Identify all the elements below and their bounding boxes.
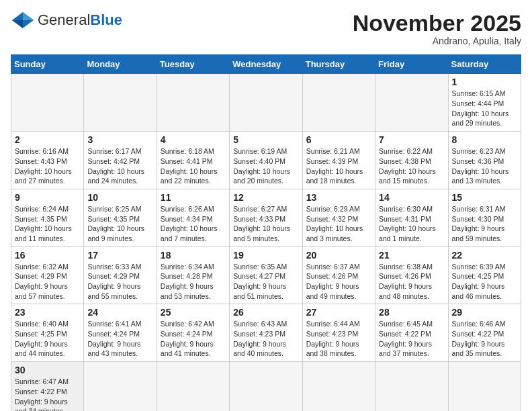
calendar-cell: 24Sunrise: 6:41 AM Sunset: 4:24 PM Dayli…	[84, 304, 157, 362]
day-info: Sunrise: 6:29 AM Sunset: 4:32 PM Dayligh…	[306, 204, 371, 244]
calendar-cell: 8Sunrise: 6:23 AM Sunset: 4:36 PM Daylig…	[448, 132, 521, 189]
calendar-cell: 5Sunrise: 6:19 AM Sunset: 4:40 PM Daylig…	[230, 132, 302, 189]
day-info: Sunrise: 6:38 AM Sunset: 4:26 PM Dayligh…	[379, 262, 444, 302]
location-subtitle: Andrano, Apulia, Italy	[353, 36, 521, 46]
calendar-cell: 14Sunrise: 6:30 AM Sunset: 4:31 PM Dayli…	[375, 189, 448, 246]
day-number: 4	[161, 134, 226, 145]
calendar-cell: 23Sunrise: 6:40 AM Sunset: 4:25 PM Dayli…	[11, 304, 84, 362]
calendar-cell: 30Sunrise: 6:47 AM Sunset: 4:22 PM Dayli…	[11, 362, 84, 411]
calendar-cell: 7Sunrise: 6:22 AM Sunset: 4:38 PM Daylig…	[375, 132, 448, 189]
weekday-header-tuesday: Tuesday	[157, 55, 229, 74]
week-row-1: 1Sunrise: 6:15 AM Sunset: 4:44 PM Daylig…	[11, 74, 521, 132]
logo-icon	[11, 11, 35, 30]
day-number: 13	[306, 192, 371, 203]
calendar-cell	[84, 74, 157, 132]
day-number: 23	[15, 307, 80, 318]
day-number: 30	[15, 365, 80, 375]
day-number: 5	[233, 134, 298, 145]
weekday-header-sunday: Sunday	[11, 55, 84, 74]
logo: GeneralBlue	[11, 11, 122, 30]
day-info: Sunrise: 6:46 AM Sunset: 4:22 PM Dayligh…	[452, 319, 517, 359]
day-info: Sunrise: 6:47 AM Sunset: 4:22 PM Dayligh…	[15, 377, 80, 411]
day-info: Sunrise: 6:41 AM Sunset: 4:24 PM Dayligh…	[87, 319, 152, 359]
day-info: Sunrise: 6:17 AM Sunset: 4:42 PM Dayligh…	[87, 146, 152, 186]
day-info: Sunrise: 6:30 AM Sunset: 4:31 PM Dayligh…	[379, 204, 444, 244]
calendar-cell: 3Sunrise: 6:17 AM Sunset: 4:42 PM Daylig…	[84, 132, 157, 189]
day-info: Sunrise: 6:23 AM Sunset: 4:36 PM Dayligh…	[452, 146, 517, 186]
svg-marker-2	[12, 20, 23, 28]
day-number: 29	[452, 307, 517, 318]
calendar-cell: 2Sunrise: 6:16 AM Sunset: 4:43 PM Daylig…	[11, 132, 84, 189]
title-area: November 2025 Andrano, Apulia, Italy	[353, 11, 521, 46]
calendar-cell: 15Sunrise: 6:31 AM Sunset: 4:30 PM Dayli…	[448, 189, 521, 246]
calendar-cell: 6Sunrise: 6:21 AM Sunset: 4:39 PM Daylig…	[302, 132, 375, 189]
calendar-cell: 22Sunrise: 6:39 AM Sunset: 4:25 PM Dayli…	[448, 246, 521, 304]
day-info: Sunrise: 6:43 AM Sunset: 4:23 PM Dayligh…	[233, 319, 298, 359]
day-number: 2	[15, 134, 80, 145]
weekday-header-wednesday: Wednesday	[230, 55, 302, 74]
calendar-cell	[375, 362, 448, 411]
day-info: Sunrise: 6:24 AM Sunset: 4:35 PM Dayligh…	[15, 204, 80, 244]
day-number: 1	[452, 77, 517, 87]
logo-blue: Blue	[90, 11, 122, 28]
calendar-cell: 18Sunrise: 6:34 AM Sunset: 4:28 PM Dayli…	[157, 246, 229, 304]
calendar-cell: 27Sunrise: 6:44 AM Sunset: 4:23 PM Dayli…	[302, 304, 375, 362]
day-info: Sunrise: 6:40 AM Sunset: 4:25 PM Dayligh…	[15, 319, 80, 359]
calendar-cell	[448, 362, 521, 411]
calendar-cell: 26Sunrise: 6:43 AM Sunset: 4:23 PM Dayli…	[230, 304, 302, 362]
weekday-header-thursday: Thursday	[302, 55, 375, 74]
day-info: Sunrise: 6:25 AM Sunset: 4:35 PM Dayligh…	[87, 204, 152, 244]
day-info: Sunrise: 6:32 AM Sunset: 4:29 PM Dayligh…	[15, 262, 80, 302]
day-number: 14	[379, 192, 444, 203]
day-number: 20	[306, 250, 371, 261]
calendar-cell	[302, 74, 375, 132]
day-info: Sunrise: 6:39 AM Sunset: 4:25 PM Dayligh…	[452, 262, 517, 302]
calendar-cell	[84, 362, 157, 411]
week-row-2: 2Sunrise: 6:16 AM Sunset: 4:43 PM Daylig…	[11, 132, 521, 189]
day-info: Sunrise: 6:35 AM Sunset: 4:27 PM Dayligh…	[233, 262, 298, 302]
day-number: 22	[452, 250, 517, 261]
day-info: Sunrise: 6:22 AM Sunset: 4:38 PM Dayligh…	[379, 146, 444, 186]
calendar-cell: 19Sunrise: 6:35 AM Sunset: 4:27 PM Dayli…	[230, 246, 302, 304]
day-number: 19	[233, 250, 298, 261]
calendar-cell: 16Sunrise: 6:32 AM Sunset: 4:29 PM Dayli…	[11, 246, 84, 304]
calendar-cell	[302, 362, 375, 411]
day-info: Sunrise: 6:37 AM Sunset: 4:26 PM Dayligh…	[306, 262, 371, 302]
calendar-cell: 17Sunrise: 6:33 AM Sunset: 4:29 PM Dayli…	[84, 246, 157, 304]
day-number: 15	[452, 192, 517, 203]
calendar-cell: 29Sunrise: 6:46 AM Sunset: 4:22 PM Dayli…	[448, 304, 521, 362]
month-title: November 2025	[353, 11, 521, 36]
calendar-cell	[157, 74, 229, 132]
day-info: Sunrise: 6:45 AM Sunset: 4:22 PM Dayligh…	[379, 319, 444, 359]
day-info: Sunrise: 6:34 AM Sunset: 4:28 PM Dayligh…	[161, 262, 226, 302]
day-number: 3	[87, 134, 152, 145]
day-number: 25	[161, 307, 226, 318]
day-number: 24	[87, 307, 152, 318]
calendar-cell: 1Sunrise: 6:15 AM Sunset: 4:44 PM Daylig…	[448, 74, 521, 132]
calendar-cell: 20Sunrise: 6:37 AM Sunset: 4:26 PM Dayli…	[302, 246, 375, 304]
day-info: Sunrise: 6:18 AM Sunset: 4:41 PM Dayligh…	[161, 146, 226, 186]
day-number: 6	[306, 134, 371, 145]
day-number: 11	[161, 192, 226, 203]
calendar-table: SundayMondayTuesdayWednesdayThursdayFrid…	[11, 54, 521, 411]
day-info: Sunrise: 6:16 AM Sunset: 4:43 PM Dayligh…	[15, 146, 80, 186]
calendar-cell	[230, 362, 302, 411]
calendar-cell	[375, 74, 448, 132]
calendar-cell: 21Sunrise: 6:38 AM Sunset: 4:26 PM Dayli…	[375, 246, 448, 304]
weekday-header-saturday: Saturday	[448, 55, 521, 74]
week-row-4: 16Sunrise: 6:32 AM Sunset: 4:29 PM Dayli…	[11, 246, 521, 304]
calendar-cell: 12Sunrise: 6:27 AM Sunset: 4:33 PM Dayli…	[230, 189, 302, 246]
calendar-cell: 9Sunrise: 6:24 AM Sunset: 4:35 PM Daylig…	[11, 189, 84, 246]
svg-marker-1	[23, 12, 34, 20]
calendar-cell: 25Sunrise: 6:42 AM Sunset: 4:24 PM Dayli…	[157, 304, 229, 362]
day-number: 16	[15, 250, 80, 261]
day-info: Sunrise: 6:19 AM Sunset: 4:40 PM Dayligh…	[233, 146, 298, 186]
week-row-5: 23Sunrise: 6:40 AM Sunset: 4:25 PM Dayli…	[11, 304, 521, 362]
logo-text: GeneralBlue	[38, 11, 122, 29]
day-number: 27	[306, 307, 371, 318]
day-number: 9	[15, 192, 80, 203]
day-number: 12	[233, 192, 298, 203]
day-number: 18	[161, 250, 226, 261]
day-info: Sunrise: 6:42 AM Sunset: 4:24 PM Dayligh…	[161, 319, 226, 359]
calendar-cell: 28Sunrise: 6:45 AM Sunset: 4:22 PM Dayli…	[375, 304, 448, 362]
